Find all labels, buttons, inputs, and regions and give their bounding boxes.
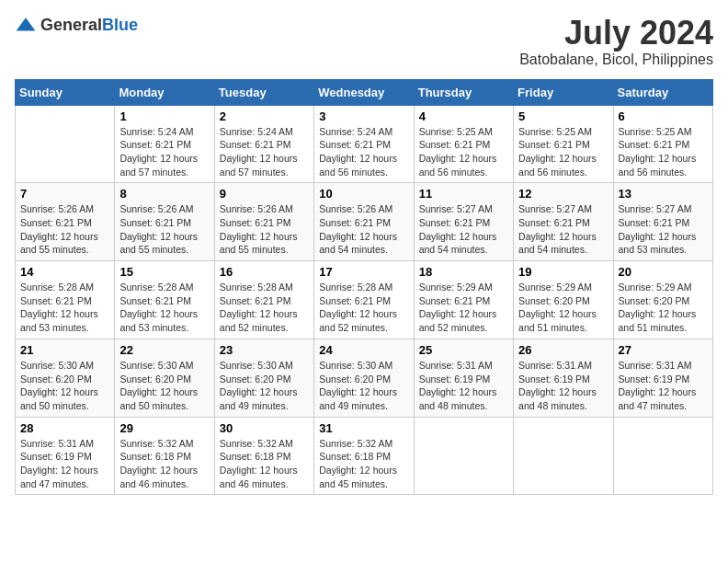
page-header: GeneralBlue July 2024 Batobalane, Bicol,…: [15, 15, 713, 68]
day-info: Sunrise: 5:32 AM Sunset: 6:18 PM Dayligh…: [220, 437, 309, 491]
day-info: Sunrise: 5:27 AM Sunset: 6:21 PM Dayligh…: [518, 202, 608, 257]
day-info: Sunrise: 5:27 AM Sunset: 6:21 PM Dayligh…: [619, 202, 708, 257]
calendar-cell: 27Sunrise: 5:31 AM Sunset: 6:19 PM Dayli…: [613, 339, 712, 417]
header-wednesday: Wednesday: [314, 79, 414, 105]
logo: GeneralBlue: [15, 15, 138, 37]
calendar-cell: 23Sunrise: 5:30 AM Sunset: 6:20 PM Dayli…: [214, 339, 313, 417]
day-info: Sunrise: 5:31 AM Sunset: 6:19 PM Dayligh…: [20, 437, 109, 491]
day-number: 12: [518, 187, 608, 201]
calendar-cell: 19Sunrise: 5:29 AM Sunset: 6:20 PM Dayli…: [514, 261, 613, 339]
calendar-cell: 8Sunrise: 5:26 AM Sunset: 6:21 PM Daylig…: [115, 183, 214, 261]
day-number: 8: [119, 187, 209, 201]
day-number: 20: [619, 265, 708, 279]
week-row-2: 7Sunrise: 5:26 AM Sunset: 6:21 PM Daylig…: [16, 183, 713, 261]
day-info: Sunrise: 5:28 AM Sunset: 6:21 PM Dayligh…: [20, 281, 109, 335]
day-number: 3: [319, 109, 408, 123]
day-info: Sunrise: 5:30 AM Sunset: 6:20 PM Dayligh…: [319, 359, 408, 413]
calendar-cell: 30Sunrise: 5:32 AM Sunset: 6:18 PM Dayli…: [214, 417, 313, 495]
day-info: Sunrise: 5:26 AM Sunset: 6:21 PM Dayligh…: [319, 202, 408, 257]
day-info: Sunrise: 5:28 AM Sunset: 6:21 PM Dayligh…: [319, 281, 408, 335]
calendar-cell: 4Sunrise: 5:25 AM Sunset: 6:21 PM Daylig…: [414, 105, 513, 183]
calendar-cell: 22Sunrise: 5:30 AM Sunset: 6:20 PM Dayli…: [115, 339, 214, 417]
day-number: 18: [419, 265, 508, 279]
day-number: 29: [119, 421, 209, 435]
header-friday: Friday: [514, 79, 613, 105]
calendar-cell: 14Sunrise: 5:28 AM Sunset: 6:21 PM Dayli…: [16, 261, 115, 339]
day-number: 6: [619, 109, 708, 123]
header-sunday: Sunday: [16, 79, 115, 105]
day-number: 5: [518, 109, 608, 123]
day-number: 25: [419, 343, 508, 357]
day-info: Sunrise: 5:26 AM Sunset: 6:21 PM Dayligh…: [20, 202, 109, 257]
day-info: Sunrise: 5:31 AM Sunset: 6:19 PM Dayligh…: [518, 359, 608, 413]
day-info: Sunrise: 5:27 AM Sunset: 6:21 PM Dayligh…: [419, 202, 508, 257]
calendar-cell: [514, 417, 613, 495]
day-number: 1: [119, 109, 209, 123]
calendar-cell: 13Sunrise: 5:27 AM Sunset: 6:21 PM Dayli…: [613, 183, 712, 261]
day-number: 2: [220, 109, 309, 123]
calendar-cell: 9Sunrise: 5:26 AM Sunset: 6:21 PM Daylig…: [214, 183, 313, 261]
calendar-cell: 11Sunrise: 5:27 AM Sunset: 6:21 PM Dayli…: [414, 183, 513, 261]
day-number: 23: [220, 343, 309, 357]
calendar-cell: [613, 417, 712, 495]
calendar-cell: 31Sunrise: 5:32 AM Sunset: 6:18 PM Dayli…: [314, 417, 414, 495]
location: Batobalane, Bicol, Philippines: [519, 52, 713, 68]
day-number: 31: [319, 421, 408, 435]
day-info: Sunrise: 5:31 AM Sunset: 6:19 PM Dayligh…: [419, 359, 508, 413]
day-info: Sunrise: 5:29 AM Sunset: 6:20 PM Dayligh…: [619, 281, 708, 335]
day-info: Sunrise: 5:25 AM Sunset: 6:21 PM Dayligh…: [619, 125, 708, 179]
calendar-cell: 12Sunrise: 5:27 AM Sunset: 6:21 PM Dayli…: [514, 183, 613, 261]
day-info: Sunrise: 5:25 AM Sunset: 6:21 PM Dayligh…: [419, 125, 508, 179]
day-number: 4: [419, 109, 508, 123]
calendar-table: SundayMondayTuesdayWednesdayThursdayFrid…: [15, 79, 713, 496]
week-row-4: 21Sunrise: 5:30 AM Sunset: 6:20 PM Dayli…: [16, 339, 713, 417]
calendar-cell: 3Sunrise: 5:24 AM Sunset: 6:21 PM Daylig…: [314, 105, 414, 183]
day-info: Sunrise: 5:29 AM Sunset: 6:20 PM Dayligh…: [518, 281, 608, 335]
day-info: Sunrise: 5:28 AM Sunset: 6:21 PM Dayligh…: [119, 281, 209, 335]
day-info: Sunrise: 5:26 AM Sunset: 6:21 PM Dayligh…: [119, 202, 209, 257]
calendar-cell: 21Sunrise: 5:30 AM Sunset: 6:20 PM Dayli…: [16, 339, 115, 417]
day-number: 14: [20, 265, 109, 279]
calendar-cell: 24Sunrise: 5:30 AM Sunset: 6:20 PM Dayli…: [314, 339, 414, 417]
day-number: 21: [20, 343, 109, 357]
day-number: 9: [220, 187, 309, 201]
calendar-cell: 15Sunrise: 5:28 AM Sunset: 6:21 PM Dayli…: [115, 261, 214, 339]
day-info: Sunrise: 5:24 AM Sunset: 6:21 PM Dayligh…: [220, 125, 309, 179]
calendar-cell: 1Sunrise: 5:24 AM Sunset: 6:21 PM Daylig…: [115, 105, 214, 183]
calendar-cell: 18Sunrise: 5:29 AM Sunset: 6:21 PM Dayli…: [414, 261, 513, 339]
day-number: 15: [119, 265, 209, 279]
calendar-cell: 2Sunrise: 5:24 AM Sunset: 6:21 PM Daylig…: [214, 105, 313, 183]
day-number: 7: [20, 187, 109, 201]
header-tuesday: Tuesday: [214, 79, 313, 105]
day-info: Sunrise: 5:30 AM Sunset: 6:20 PM Dayligh…: [119, 359, 209, 413]
week-row-5: 28Sunrise: 5:31 AM Sunset: 6:19 PM Dayli…: [16, 417, 713, 495]
day-number: 24: [319, 343, 408, 357]
calendar-cell: 6Sunrise: 5:25 AM Sunset: 6:21 PM Daylig…: [613, 105, 712, 183]
calendar-cell: 17Sunrise: 5:28 AM Sunset: 6:21 PM Dayli…: [314, 261, 414, 339]
day-info: Sunrise: 5:28 AM Sunset: 6:21 PM Dayligh…: [220, 281, 309, 335]
day-number: 19: [518, 265, 608, 279]
day-info: Sunrise: 5:30 AM Sunset: 6:20 PM Dayligh…: [220, 359, 309, 413]
day-info: Sunrise: 5:26 AM Sunset: 6:21 PM Dayligh…: [220, 202, 309, 257]
logo-icon: [15, 15, 37, 37]
svg-marker-0: [17, 17, 36, 30]
day-number: 26: [518, 343, 608, 357]
day-number: 17: [319, 265, 408, 279]
week-row-3: 14Sunrise: 5:28 AM Sunset: 6:21 PM Dayli…: [16, 261, 713, 339]
month-year: July 2024: [519, 15, 713, 52]
day-info: Sunrise: 5:31 AM Sunset: 6:19 PM Dayligh…: [619, 359, 708, 413]
day-info: Sunrise: 5:24 AM Sunset: 6:21 PM Dayligh…: [119, 125, 209, 179]
calendar-cell: 5Sunrise: 5:25 AM Sunset: 6:21 PM Daylig…: [514, 105, 613, 183]
day-info: Sunrise: 5:24 AM Sunset: 6:21 PM Dayligh…: [319, 125, 408, 179]
calendar-cell: 26Sunrise: 5:31 AM Sunset: 6:19 PM Dayli…: [514, 339, 613, 417]
calendar-cell: 28Sunrise: 5:31 AM Sunset: 6:19 PM Dayli…: [16, 417, 115, 495]
calendar-cell: 25Sunrise: 5:31 AM Sunset: 6:19 PM Dayli…: [414, 339, 513, 417]
day-info: Sunrise: 5:32 AM Sunset: 6:18 PM Dayligh…: [119, 437, 209, 491]
day-info: Sunrise: 5:30 AM Sunset: 6:20 PM Dayligh…: [20, 359, 109, 413]
day-number: 28: [20, 421, 109, 435]
day-number: 30: [220, 421, 309, 435]
day-info: Sunrise: 5:25 AM Sunset: 6:21 PM Dayligh…: [518, 125, 608, 179]
day-number: 13: [619, 187, 708, 201]
calendar-cell: [414, 417, 513, 495]
calendar-cell: 10Sunrise: 5:26 AM Sunset: 6:21 PM Dayli…: [314, 183, 414, 261]
